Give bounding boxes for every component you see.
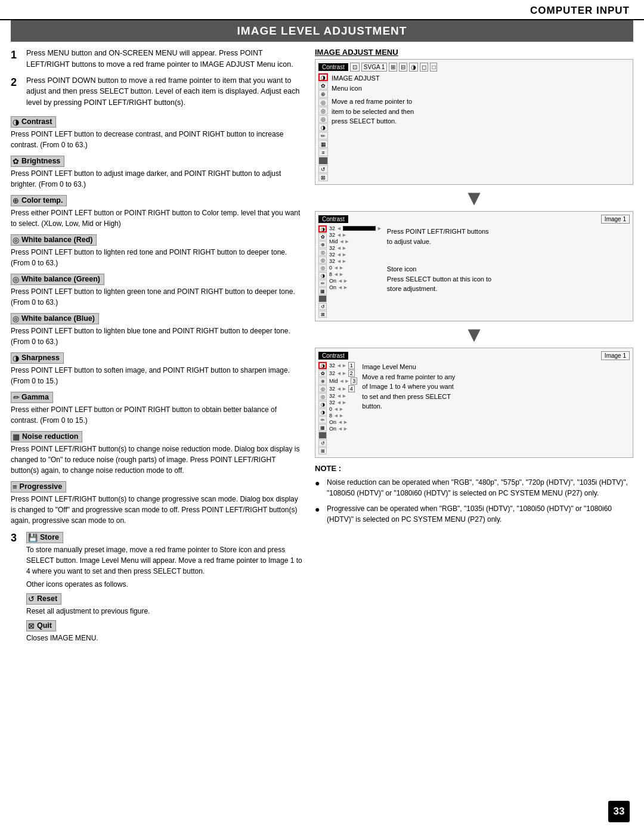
step-1: 1 Press MENU button and ON-SCREEN MENU w… <box>11 48 303 70</box>
quit-header: ⊠ Quit <box>26 620 56 631</box>
menu3-val-2: Mid◄►3 <box>329 377 357 385</box>
val-row-6: 0◄► <box>329 265 382 271</box>
menu-diagram-3: Contrast Image 1 ◑ ✿ ⊕ ◎ ◎ ◑ ◑ ✏ ▦ ↺ ⊠ <box>315 348 633 458</box>
menu2-icon-2: ⊕ <box>318 241 327 248</box>
menu3-val-3: 32◄►4 <box>329 385 357 392</box>
item-contrast-header: ◑ Contrast <box>11 116 56 128</box>
gamma-icon: ✏ <box>13 393 19 402</box>
menu2-bar-label: Contrast <box>318 215 348 223</box>
menu2-icon-10: ⊠ <box>318 311 327 318</box>
menu3-icons-col: ◑ ✿ ⊕ ◎ ◎ ◑ ◑ ✏ ▦ ↺ ⊠ <box>318 362 327 454</box>
quit-icon: ⊠ <box>28 621 35 630</box>
menu3-icon-2: ⊕ <box>318 377 327 385</box>
menu3-icon-0: ◑ <box>318 362 327 369</box>
item-progressive: ≡ Progressive Press POINT LEFT/RIGHT but… <box>11 478 303 526</box>
menu-bar-btn1: ⊞ <box>389 63 397 72</box>
val-row-9: On◄► <box>329 284 382 290</box>
menu2-icons-col: ◑ ✿ ⊕ ◎ ◎ ◎ ◑ ✏ ▦ ↺ ⊠ <box>318 225 327 318</box>
menu3-icon-1: ✿ <box>318 370 327 377</box>
menu-icon-1: ✿ <box>318 82 328 89</box>
menu2-icon-7: ✏ <box>318 280 327 287</box>
menu-icon-10 <box>318 157 328 165</box>
menu-icon-5: ◎ <box>318 115 328 123</box>
menu3-icon-9: ↺ <box>318 439 327 447</box>
menu3-val-7: 8◄► <box>329 413 357 419</box>
reset-desc: Reset all adjustment to previous figure. <box>26 606 303 617</box>
val-row-1: 32◄► <box>329 232 382 238</box>
menu2-icon-store <box>318 295 327 302</box>
val-row-7: 8◄► <box>329 271 382 277</box>
menu3-val-4: 32◄► <box>329 393 357 399</box>
menu2-icon-5: ◎ <box>318 264 327 271</box>
menu3-val-1: 32◄►2 <box>329 370 357 377</box>
quit-desc: Closes IMAGE MENU. <box>26 633 303 643</box>
menu-icon-9: ≡ <box>318 148 328 156</box>
menu3-values-col: 32◄►1 32◄►2 Mid◄►3 32◄►4 32◄► 32◄► 0◄► 8… <box>329 362 357 454</box>
other-icons-text: Other icons operates as follows. <box>26 579 303 590</box>
menu-icons-column-1: ◑ ✿ ⊕ ◎ ◎ ◎ ◑ ✏ ▦ ≡ ↺ ⊠ <box>318 73 328 181</box>
item-sharpness-header: ◑ Sharpness <box>11 352 64 364</box>
step-3: 3 💾 Store To store manually preset image… <box>11 531 303 646</box>
menu3-bar-label: Contrast <box>318 352 348 360</box>
brightness-desc: Press POINT LEFT button to adjust image … <box>11 168 303 190</box>
image-adjust-annotation: IMAGE ADJUST Menu icon <box>332 73 414 93</box>
store-icon: 💾 <box>28 533 38 542</box>
menu3-icon-4: ◎ <box>318 393 327 400</box>
item-gamma: ✏ Gamma Press either POINT LEFT button o… <box>11 389 303 426</box>
step-2-number: 2 <box>11 75 21 109</box>
menu-diagram-1: Contrast ⊡ SVGA 1 ⊞ ⊟ ◑ ◻ □ ◑ ✿ ⊕ ◎ ◎ ◎ … <box>315 59 633 185</box>
progressive-desc: Press POINT LEFT/RIGHT button(s) to chan… <box>11 494 303 526</box>
wb-red-label: White balance (Red) <box>21 236 92 244</box>
menu3-val-8: On◄► <box>329 419 357 425</box>
menu2-icon-6: ◑ <box>318 272 327 279</box>
reset-header: ↺ Reset <box>26 593 61 605</box>
menu2-icon-1: ✿ <box>318 233 327 240</box>
color-temp-label: Color temp. <box>21 196 63 205</box>
noise-reduction-label: Noise reduction <box>22 432 78 441</box>
step-1-number: 1 <box>11 48 21 70</box>
item-noise-reduction: ▦ Noise reduction Press POINT LEFT/RIGHT… <box>11 428 303 476</box>
menu-icon-2: ⊕ <box>318 90 328 98</box>
menu2-bar-label2: Image 1 <box>601 215 630 224</box>
image-adjust-menu-title: IMAGE ADJUST MENU <box>315 48 633 57</box>
menu3-icon-5: ◑ <box>318 401 327 408</box>
val-row-8: On◄► <box>329 278 382 284</box>
menu3-icon-3: ◎ <box>318 385 327 392</box>
menu-icon-8: ▦ <box>318 140 328 148</box>
wb-green-icon: ◎ <box>13 275 19 284</box>
item-wb-green-header: ◎ White balance (Green) <box>11 274 104 285</box>
note-text-2: Progressive can be operated when "RGB", … <box>327 503 633 525</box>
page-number: 33 <box>608 801 630 822</box>
color-temp-desc: Press either POINT LEFT button or POINT … <box>11 208 303 229</box>
menu3-val-9: On◄► <box>329 426 357 432</box>
step-1-text: Press MENU button and ON-SCREEN MENU wil… <box>26 48 303 70</box>
menu3-val-0: 32◄►1 <box>329 362 357 369</box>
menu-icon-11: ↺ <box>318 165 328 173</box>
item-wb-red: ◎ White balance (Red) Press POINT LEFT b… <box>11 231 303 268</box>
sharpness-label: Sharpness <box>21 354 60 362</box>
wb-blue-label: White balance (Blue) <box>21 314 95 323</box>
noise-reduction-icon: ▦ <box>13 432 20 441</box>
progressive-icon: ≡ <box>13 482 17 491</box>
brightness-label: Brightness <box>21 157 60 165</box>
store-header: 💾 Store <box>26 532 63 543</box>
menu-diagram-2: Contrast Image 1 ◑ ✿ ⊕ ◎ ◎ ◎ ◑ ✏ ▦ ↺ ⊠ <box>315 211 633 321</box>
val-row-3: 32◄► <box>329 245 382 251</box>
menu-bar-svga: SVGA 1 <box>361 63 388 72</box>
menu3-icon-8: ▦ <box>318 424 327 431</box>
note-section: NOTE : ● Noise reduction can be operated… <box>315 463 633 525</box>
menu-icon-selected: ◑ <box>318 73 328 81</box>
menu2-icon-9: ↺ <box>318 303 327 310</box>
menu3-annotation: Image Level Menu Move a red frame pointe… <box>360 362 455 454</box>
menu3-icon-7: ✏ <box>318 416 327 423</box>
item-color-temp: ⊕ Color temp. Press either POINT LEFT bu… <box>11 192 303 229</box>
val-row-2: Mid◄► <box>329 239 382 244</box>
sharpness-icon: ◑ <box>13 354 19 363</box>
item-brightness: ✿ Brightness Press POINT LEFT button to … <box>11 153 303 190</box>
menu-bar-btn5: □ <box>430 63 437 72</box>
val-row-0: 32◄ ► <box>329 225 382 231</box>
menu-icon-12: ⊠ <box>318 174 328 181</box>
progressive-label: Progressive <box>20 482 63 491</box>
store-annotation: Store icon Press SELECT button at this i… <box>387 264 491 294</box>
menu-bar-btn2: ⊟ <box>399 63 407 72</box>
